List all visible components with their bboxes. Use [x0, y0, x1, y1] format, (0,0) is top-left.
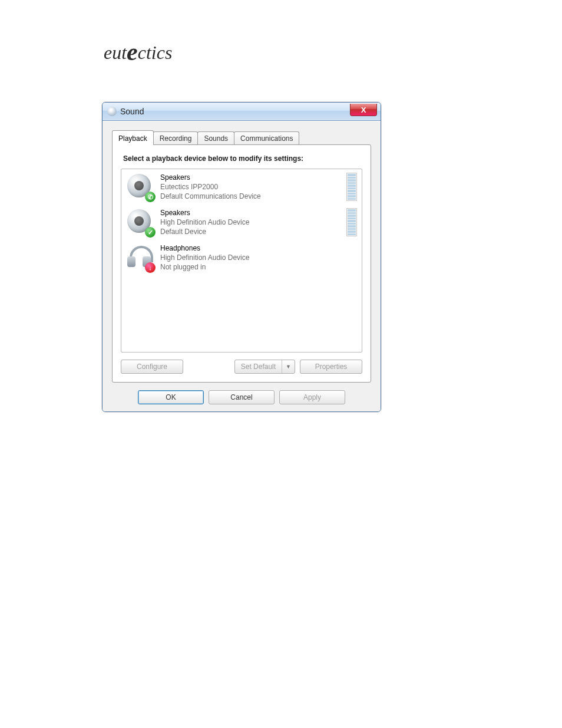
window-title: Sound: [120, 107, 144, 116]
speaker-icon: [126, 173, 154, 201]
device-status: Default Communications Device: [160, 192, 261, 201]
check-overlay-icon: ✓: [145, 227, 156, 238]
tab-playback[interactable]: Playback: [112, 130, 154, 145]
headphones-icon: ↓: [126, 243, 154, 272]
tab-sounds[interactable]: Sounds: [197, 131, 234, 145]
device-name: Headphones: [160, 243, 249, 253]
configure-button[interactable]: Configure: [121, 360, 183, 374]
device-sub: Eutectics IPP2000: [160, 182, 261, 192]
ok-button[interactable]: OK: [138, 390, 204, 404]
set-default-button[interactable]: Set Default ▼: [234, 360, 295, 374]
level-meter: [346, 173, 357, 201]
chevron-down-icon[interactable]: ▼: [282, 361, 295, 372]
device-item[interactable]: ✓ Speakers High Definition Audio Device …: [121, 205, 362, 240]
device-status: Not plugged in: [160, 262, 249, 272]
device-item[interactable]: Speakers Eutectics IPP2000 Default Commu…: [121, 169, 362, 205]
close-button[interactable]: X: [350, 104, 377, 116]
device-sub: High Definition Audio Device: [160, 253, 249, 262]
apply-button[interactable]: Apply: [279, 390, 345, 404]
prompt-text: Select a playback device below to modify…: [123, 154, 360, 163]
level-meter: [346, 208, 357, 236]
device-name: Speakers: [160, 173, 261, 182]
device-item[interactable]: ↓ Headphones High Definition Audio Devic…: [121, 240, 362, 275]
sound-icon: [107, 107, 117, 116]
tab-strip: Playback Recording Sounds Communications: [107, 126, 376, 145]
brand-logo: eutectics: [104, 37, 172, 65]
sound-dialog: Sound X Playback Recording Sounds Commun…: [102, 102, 381, 412]
cancel-button[interactable]: Cancel: [209, 390, 275, 404]
device-list[interactable]: Speakers Eutectics IPP2000 Default Commu…: [121, 169, 362, 353]
device-name: Speakers: [160, 208, 249, 218]
speaker-icon: ✓: [126, 208, 154, 236]
properties-button[interactable]: Properties: [300, 360, 362, 374]
device-sub: High Definition Audio Device: [160, 218, 249, 227]
titlebar[interactable]: Sound X: [103, 103, 381, 121]
unplugged-overlay-icon: ↓: [145, 262, 156, 273]
device-status: Default Device: [160, 227, 249, 236]
phone-overlay-icon: [145, 192, 156, 202]
tab-communications[interactable]: Communications: [234, 131, 299, 145]
tab-recording[interactable]: Recording: [153, 131, 199, 145]
